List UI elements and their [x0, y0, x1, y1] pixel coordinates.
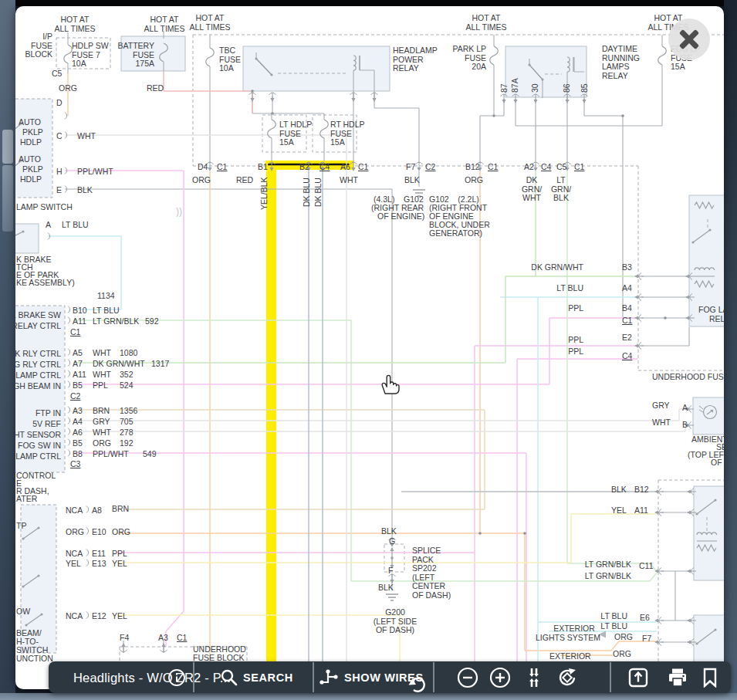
- search-button[interactable]: SEARCH: [220, 661, 293, 693]
- diagram-label: CONTROL: [16, 472, 56, 481]
- fit-screen-icon: [523, 667, 545, 688]
- info-button[interactable]: [167, 668, 186, 687]
- wiring-diagram[interactable]: HOT AT ALL TIMESI/P FUSE BLOCKHDLP SW FU…: [15, 6, 724, 689]
- diagram-label: )): [176, 208, 182, 217]
- diagram-label: ARK RLY CTRL: [15, 350, 61, 359]
- diagram-label: C1: [70, 328, 80, 337]
- diagram-label: RELA: [709, 315, 724, 324]
- diagram-label: YEL: [112, 612, 127, 621]
- diagram-label: C1: [488, 163, 498, 172]
- diagram-label: A4: [73, 418, 83, 427]
- zoom-out-icon: [457, 667, 478, 688]
- diagram-label: RED: [236, 176, 253, 185]
- diagram-label: PARK LP FUSE 20A: [452, 45, 486, 72]
- export-icon: [628, 667, 649, 688]
- scrollbar-segment[interactable]: [2, 165, 13, 232]
- window-right-chrome: [724, 0, 737, 700]
- diagram-label: C1: [177, 634, 187, 643]
- diagram-label: DK GRN/WHT: [531, 263, 583, 272]
- diagram-label: B: [682, 421, 688, 430]
- diagram-label: RED: [147, 84, 164, 93]
- diagram-label: B12: [634, 485, 649, 495]
- diagram-label: A8: [92, 506, 102, 516]
- undo-button[interactable]: [407, 678, 427, 693]
- diagram-label: 85: [580, 83, 590, 93]
- print-button[interactable]: [667, 668, 688, 688]
- export-button[interactable]: [628, 667, 649, 688]
- diagram-label: C11: [639, 562, 653, 571]
- diagram-label: A2: [524, 163, 534, 172]
- diagram-label: PPL: [93, 381, 108, 391]
- diagram-label: PKLP: [22, 165, 43, 174]
- diagram-label: B5: [73, 381, 83, 391]
- bookmark-button[interactable]: [702, 668, 718, 688]
- diagram-label: E: [56, 186, 62, 195]
- zoom-in-button[interactable]: [489, 667, 511, 688]
- diagram-label: RK BRAKE SW: [15, 311, 61, 320]
- diagram-label: HIGH BEAM IN: [15, 382, 61, 391]
- diagram-label: 87A: [511, 78, 520, 93]
- diagram-label: NCA: [66, 550, 83, 559]
- diagram-label: BLK: [77, 186, 93, 195]
- diagram-label: EXTERIOR: [549, 652, 591, 661]
- diagram-label: E12: [92, 612, 106, 621]
- diagram-label: ADLAMP CTRL: [15, 371, 61, 380]
- window-left-chrome: [0, 0, 15, 700]
- zoom-out-button[interactable]: [457, 667, 478, 688]
- diagram-label: AUTO: [19, 155, 41, 164]
- diagram-label: B10: [73, 306, 87, 316]
- diagram-label: ORG: [192, 176, 211, 185]
- diagram-label: ORG: [59, 84, 77, 93]
- scrollbar-segment[interactable]: [2, 130, 13, 164]
- diagram-label: BLK: [381, 527, 397, 536]
- diagram-label: BRN: [93, 407, 110, 416]
- diagram-label: OF DA: [711, 458, 724, 468]
- diagram-label: F4: [120, 634, 129, 643]
- diagram-label: A11: [634, 506, 648, 516]
- diagram-label: WHT: [93, 428, 111, 438]
- diagram-label: DK GRN/ WHT: [522, 176, 542, 203]
- fit-screen-button[interactable]: [523, 667, 545, 688]
- diagram-label: SPLICE PACK SP202 (LEFT CENTER OF DASH): [412, 546, 451, 600]
- diagram-panel[interactable]: HOT AT ALL TIMESI/P FUSE BLOCKHDLP SW FU…: [15, 6, 724, 689]
- diagram-label: L RELAY CTRL: [15, 322, 61, 331]
- diagram-label: 705: [120, 418, 134, 427]
- diagram-label: C1: [358, 163, 368, 172]
- toolbar-divider: [433, 662, 434, 692]
- diagram-label: LT HDLP FUSE 15A: [279, 120, 312, 147]
- diagram-label: LT GRN/BLK: [585, 560, 631, 570]
- diagram-label: AUTO: [19, 118, 41, 127]
- diagram-label: DAYTIME RUNNING LAMPS RELAY: [602, 45, 640, 80]
- diagram-label: OF ENGINE): [377, 212, 424, 221]
- close-button[interactable]: [668, 19, 710, 60]
- diagram-label: G200 (LEFT SIDE OF DASH): [374, 608, 417, 635]
- diagram-label: C: [56, 132, 63, 141]
- diagram-label: UNDERHOOD FUSE B: [652, 373, 724, 382]
- diagram-label: LT GRN/BLK: [585, 572, 631, 581]
- window-top-chrome: [15, 0, 724, 6]
- diagram-label: A4: [622, 284, 632, 293]
- diagram-title[interactable]: Headlights - W/O ZR2 - P...: [73, 670, 231, 685]
- diagram-label: WHT: [93, 370, 111, 380]
- diagram-label: DK BLU: [303, 178, 312, 207]
- diagram-label: HDLP: [20, 138, 42, 147]
- bottom-toolbar: Headlights - W/O ZR2 - P... SEARCH SHOW …: [49, 661, 731, 693]
- diagram-label: LIGHTS SYSTEM: [536, 634, 600, 643]
- diagram-label: 5V REF: [32, 420, 61, 429]
- diagram-label: F: [388, 566, 393, 576]
- diagram-label: 352: [120, 370, 134, 380]
- diagram-label: C4: [541, 163, 551, 172]
- diagram-label: ATER: [16, 495, 37, 504]
- diagram-label: HOT AT ALL TIMES: [189, 14, 230, 32]
- print-icon: [667, 668, 688, 688]
- toolbar-divider: [610, 662, 611, 692]
- diagram-label: BRN: [112, 505, 129, 514]
- diagram-label: UNCTION: [16, 654, 53, 664]
- diagram-label: B2: [299, 163, 309, 172]
- diagram-label: HOT AT ALL TIMES: [54, 15, 95, 33]
- bookmark-icon: [702, 668, 718, 688]
- diagram-label: DK GRN/WHT: [93, 360, 145, 369]
- diagram-label: PPL: [568, 304, 583, 313]
- rotate-button[interactable]: [556, 667, 578, 688]
- diagram-label: GRY: [93, 418, 110, 427]
